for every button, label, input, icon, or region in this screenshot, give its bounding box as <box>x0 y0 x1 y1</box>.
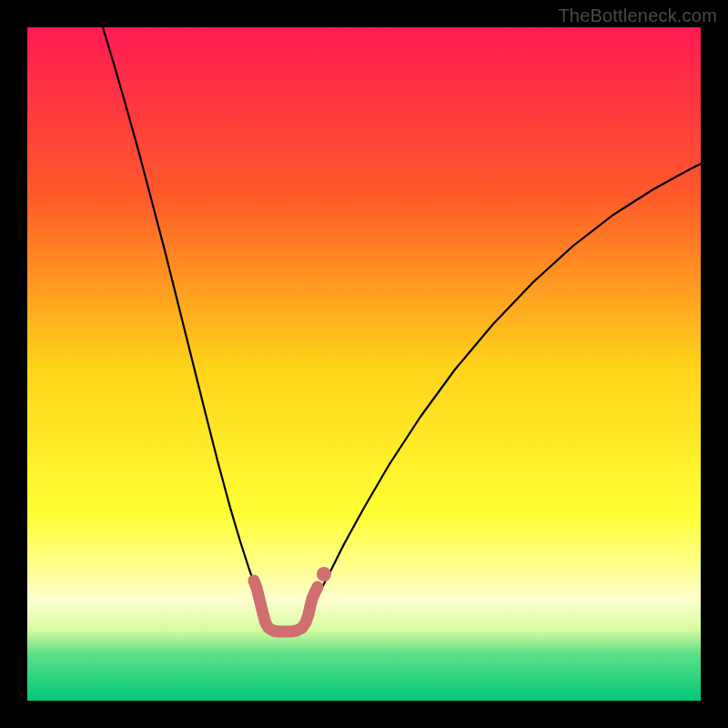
attribution-label: TheBottleneck.com <box>558 5 717 26</box>
chart-frame: TheBottleneck.com <box>0 0 728 728</box>
marker-dot <box>317 567 331 581</box>
chart-svg <box>27 27 701 701</box>
plot-area <box>27 27 701 701</box>
chart-background <box>27 27 701 701</box>
